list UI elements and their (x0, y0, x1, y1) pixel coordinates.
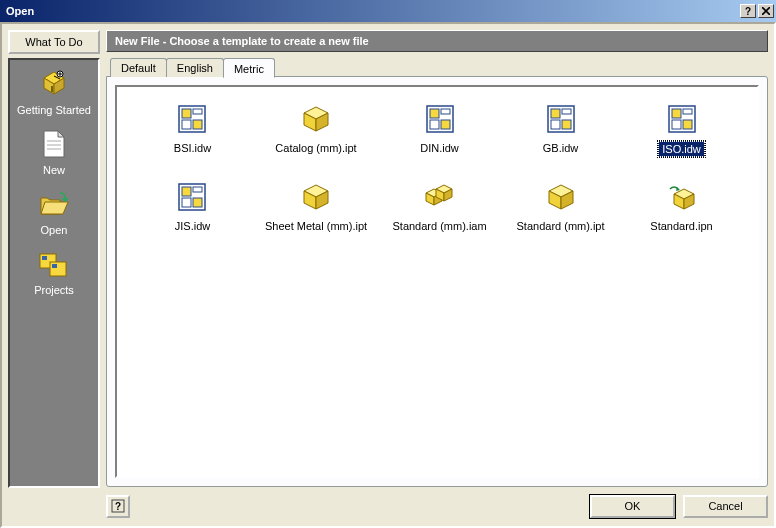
svg-rect-37 (683, 120, 692, 129)
template-item[interactable]: Sheet Metal (mm).ipt (262, 181, 370, 233)
idw-icon (424, 103, 456, 135)
template-filename: DIN.idw (417, 141, 462, 155)
template-filename: BSI.idw (171, 141, 214, 155)
svg-text:?: ? (115, 501, 121, 512)
button-bar: ? OK Cancel (8, 488, 768, 520)
svg-rect-34 (672, 109, 681, 118)
projects-icon (38, 248, 70, 280)
template-item[interactable]: DIN.idw (388, 103, 491, 157)
template-item[interactable]: Catalog (mm).ipt (262, 103, 370, 157)
nav-new[interactable]: New (12, 128, 96, 176)
nav-label: Projects (34, 284, 74, 296)
template-item[interactable]: JIS.idw (141, 181, 244, 233)
tab-panel: BSI.idwCatalog (mm).iptDIN.idwGB.idwISO.… (106, 76, 768, 487)
nav-panel: Getting Started New (8, 58, 100, 488)
close-icon (762, 7, 770, 15)
ipn-icon (666, 181, 698, 213)
template-filename: Standard (mm).iam (389, 219, 489, 233)
ipt-icon (300, 103, 332, 135)
content-heading: New File - Choose a template to create a… (106, 30, 768, 52)
svg-rect-32 (562, 120, 571, 129)
help-icon: ? (111, 499, 125, 513)
idw-icon (176, 181, 208, 213)
nav-label: Getting Started (17, 104, 91, 116)
template-filename: Sheet Metal (mm).ipt (262, 219, 370, 233)
svg-rect-19 (193, 120, 202, 129)
idw-icon (666, 103, 698, 135)
svg-rect-24 (430, 109, 439, 118)
titlebar: Open ? (0, 0, 776, 22)
template-filename: Standard (mm).ipt (514, 219, 608, 233)
window-title: Open (6, 5, 738, 17)
ipt-icon (300, 181, 332, 213)
template-filename: GB.idw (540, 141, 581, 155)
template-item[interactable]: Standard.ipn (630, 181, 733, 233)
new-doc-icon (38, 128, 70, 160)
svg-rect-16 (182, 109, 191, 118)
svg-rect-29 (551, 109, 560, 118)
template-item[interactable]: Standard (mm).ipt (509, 181, 612, 233)
what-to-do-button[interactable]: What To Do (8, 30, 100, 54)
close-button[interactable] (758, 4, 774, 18)
template-filename: Catalog (mm).ipt (272, 141, 359, 155)
tab-english[interactable]: English (166, 58, 224, 77)
svg-rect-13 (42, 256, 47, 260)
sidebar: What To Do Getting Started (8, 30, 100, 488)
template-item[interactable]: GB.idw (509, 103, 612, 157)
template-item[interactable]: BSI.idw (141, 103, 244, 157)
ok-button[interactable]: OK (590, 495, 675, 518)
svg-rect-42 (193, 198, 202, 207)
nav-projects[interactable]: Projects (12, 248, 96, 296)
svg-rect-39 (182, 187, 191, 196)
template-filename: Standard.ipn (647, 219, 715, 233)
svg-rect-27 (441, 120, 450, 129)
idw-icon (176, 103, 208, 135)
getting-started-icon (38, 68, 70, 100)
tab-metric[interactable]: Metric (223, 58, 275, 78)
template-filename: JIS.idw (172, 219, 213, 233)
svg-rect-14 (52, 264, 57, 268)
svg-marker-5 (58, 131, 64, 137)
tab-default[interactable]: Default (110, 58, 167, 77)
what-to-do-label: What To Do (25, 36, 82, 48)
nav-open[interactable]: Open (12, 188, 96, 236)
idw-icon (545, 103, 577, 135)
help-button[interactable]: ? (106, 495, 130, 518)
nav-getting-started[interactable]: Getting Started (12, 68, 96, 116)
open-folder-icon (38, 188, 70, 220)
help-titlebar-button[interactable]: ? (740, 4, 756, 18)
content-area: New File - Choose a template to create a… (106, 30, 768, 488)
template-filename: ISO.idw (658, 141, 705, 157)
tab-strip: Default English Metric (106, 58, 768, 77)
template-item[interactable]: ISO.idw (630, 103, 733, 157)
nav-label: New (43, 164, 65, 176)
template-list[interactable]: BSI.idwCatalog (mm).iptDIN.idwGB.idwISO.… (115, 85, 759, 478)
nav-label: Open (41, 224, 68, 236)
dialog-client: What To Do Getting Started (0, 22, 776, 528)
ipt-icon (545, 181, 577, 213)
question-icon: ? (745, 6, 751, 17)
template-item[interactable]: Standard (mm).iam (388, 181, 491, 233)
iam-icon (424, 181, 456, 213)
cancel-button[interactable]: Cancel (683, 495, 768, 518)
heading-text: New File - Choose a template to create a… (115, 35, 369, 47)
svg-marker-10 (41, 202, 68, 214)
